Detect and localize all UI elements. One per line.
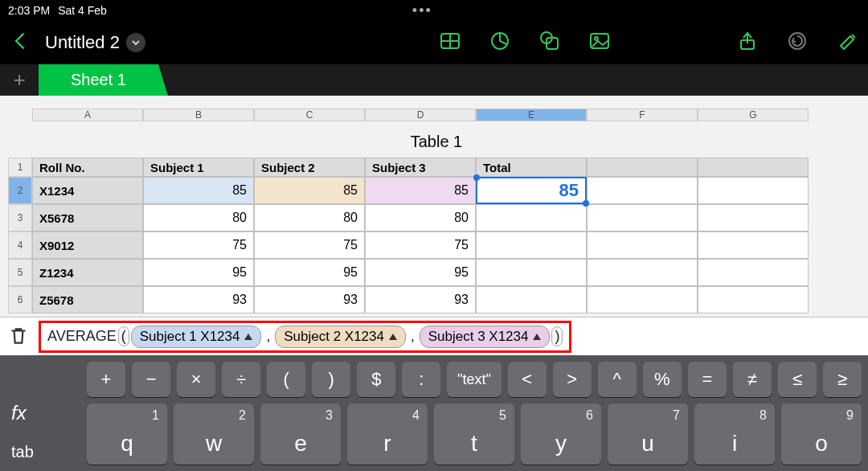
chevron-down-icon[interactable] bbox=[126, 33, 145, 52]
cell[interactable] bbox=[698, 286, 809, 313]
key-r[interactable]: 4r bbox=[347, 403, 428, 465]
row-head-6[interactable]: 6 bbox=[8, 286, 32, 313]
key-equals[interactable]: = bbox=[688, 362, 727, 397]
cell[interactable]: 75 bbox=[365, 231, 476, 259]
key-percent[interactable]: % bbox=[643, 362, 682, 397]
col-head-c[interactable]: C bbox=[254, 109, 365, 121]
col-head-g[interactable]: G bbox=[698, 109, 809, 121]
back-button[interactable] bbox=[10, 30, 32, 55]
cell[interactable] bbox=[698, 177, 809, 204]
active-cell[interactable]: 85 bbox=[476, 177, 587, 204]
fx-button[interactable]: fx bbox=[11, 402, 27, 424]
undo-icon[interactable] bbox=[786, 30, 809, 55]
cell[interactable]: X5678 bbox=[32, 204, 143, 231]
spreadsheet-canvas[interactable]: A B C D E F G Table 1 1 2 3 4 5 6 Roll N… bbox=[0, 96, 868, 317]
key-neq[interactable]: ≠ bbox=[733, 362, 772, 397]
document-title[interactable]: Untitled 2 bbox=[45, 32, 145, 53]
multitasking-ellipsis-icon[interactable]: ••• bbox=[412, 2, 432, 19]
trash-icon[interactable] bbox=[8, 326, 31, 348]
col-head-b[interactable]: B bbox=[143, 109, 254, 121]
cell[interactable] bbox=[587, 177, 698, 204]
cell[interactable]: 95 bbox=[365, 259, 476, 286]
table-icon[interactable] bbox=[439, 30, 461, 55]
key-colon[interactable]: : bbox=[402, 362, 440, 397]
formula-token-1[interactable]: Subject 1 X1234 bbox=[131, 326, 262, 348]
format-brush-icon[interactable] bbox=[836, 30, 858, 55]
key-multiply[interactable]: × bbox=[177, 362, 215, 397]
cell[interactable]: 93 bbox=[143, 286, 254, 313]
cell[interactable]: Z5678 bbox=[32, 286, 143, 313]
key-plus[interactable]: + bbox=[87, 362, 125, 397]
header-f[interactable] bbox=[587, 158, 698, 177]
cell[interactable] bbox=[587, 259, 698, 286]
col-head-e[interactable]: E bbox=[476, 109, 587, 121]
cell[interactable]: 93 bbox=[254, 286, 365, 313]
key-o[interactable]: 9o bbox=[781, 403, 862, 465]
formula-bar[interactable]: AVERAGE ( Subject 1 X1234 , Subject 2 X1… bbox=[0, 317, 868, 355]
key-y[interactable]: 6y bbox=[521, 403, 601, 465]
cell[interactable]: 85 bbox=[365, 177, 476, 204]
cell[interactable]: 95 bbox=[254, 259, 365, 286]
key-lt[interactable]: < bbox=[508, 362, 547, 397]
key-caret[interactable]: ^ bbox=[598, 362, 637, 397]
col-head-d[interactable]: D bbox=[365, 109, 476, 121]
cell[interactable]: 95 bbox=[143, 259, 254, 286]
cell[interactable]: 80 bbox=[254, 204, 365, 231]
chart-icon[interactable] bbox=[489, 30, 511, 55]
row-head-1[interactable]: 1 bbox=[8, 158, 32, 177]
header-rollno[interactable]: Roll No. bbox=[32, 158, 143, 177]
cell[interactable] bbox=[698, 231, 809, 259]
header-subject1[interactable]: Subject 1 bbox=[143, 158, 254, 177]
row-head-3[interactable]: 3 bbox=[8, 204, 32, 231]
header-total[interactable]: Total bbox=[476, 158, 587, 177]
cell[interactable]: 85 bbox=[143, 177, 254, 204]
cell[interactable] bbox=[476, 231, 587, 259]
key-gte[interactable]: ≥ bbox=[823, 362, 862, 397]
key-minus[interactable]: − bbox=[132, 362, 170, 397]
share-icon[interactable] bbox=[736, 30, 759, 55]
row-head-2[interactable]: 2 bbox=[8, 177, 32, 204]
cell[interactable] bbox=[587, 204, 698, 231]
cell[interactable] bbox=[587, 231, 698, 259]
key-i[interactable]: 8i bbox=[694, 403, 775, 465]
cell[interactable]: 80 bbox=[365, 204, 476, 231]
key-dollar[interactable]: $ bbox=[357, 362, 395, 397]
col-head-a[interactable]: A bbox=[32, 109, 143, 121]
key-q[interactable]: 1q bbox=[87, 403, 167, 465]
cell[interactable]: X9012 bbox=[32, 231, 143, 259]
formula-token-2[interactable]: Subject 2 X1234 bbox=[275, 326, 406, 348]
cell[interactable] bbox=[476, 204, 587, 231]
cell[interactable]: 80 bbox=[143, 204, 254, 231]
col-head-f[interactable]: F bbox=[587, 109, 698, 121]
add-sheet-button[interactable]: + bbox=[0, 64, 39, 96]
cell[interactable]: 93 bbox=[365, 286, 476, 313]
header-subject3[interactable]: Subject 3 bbox=[365, 158, 476, 177]
cell[interactable] bbox=[476, 286, 587, 313]
table-title[interactable]: Table 1 bbox=[32, 133, 841, 151]
cell[interactable] bbox=[476, 259, 587, 286]
image-icon[interactable] bbox=[588, 30, 611, 55]
row-head-5[interactable]: 5 bbox=[8, 259, 32, 286]
cell[interactable]: 85 bbox=[254, 177, 365, 204]
cell[interactable] bbox=[698, 259, 809, 286]
cell[interactable] bbox=[698, 204, 809, 231]
key-paren-open[interactable]: ( bbox=[267, 362, 305, 397]
cell[interactable]: 75 bbox=[254, 231, 365, 259]
sheet-tab-1[interactable]: Sheet 1 bbox=[39, 64, 158, 96]
key-paren-close[interactable]: ) bbox=[312, 362, 350, 397]
header-g[interactable] bbox=[698, 158, 809, 177]
tab-key[interactable]: tab bbox=[11, 443, 34, 461]
key-e[interactable]: 3e bbox=[260, 403, 341, 465]
key-divide[interactable]: ÷ bbox=[222, 362, 260, 397]
formula-token-3[interactable]: Subject 3 X1234 bbox=[420, 326, 551, 348]
key-t[interactable]: 5t bbox=[434, 403, 514, 465]
header-subject2[interactable]: Subject 2 bbox=[254, 158, 365, 177]
key-lte[interactable]: ≤ bbox=[778, 362, 817, 397]
cell[interactable]: 75 bbox=[143, 231, 254, 259]
key-gt[interactable]: > bbox=[553, 362, 592, 397]
key-w[interactable]: 2w bbox=[174, 403, 254, 465]
row-head-4[interactable]: 4 bbox=[8, 231, 32, 259]
key-text[interactable]: "text" bbox=[447, 362, 501, 397]
cell[interactable]: Z1234 bbox=[32, 259, 143, 286]
key-u[interactable]: 7u bbox=[608, 403, 688, 465]
